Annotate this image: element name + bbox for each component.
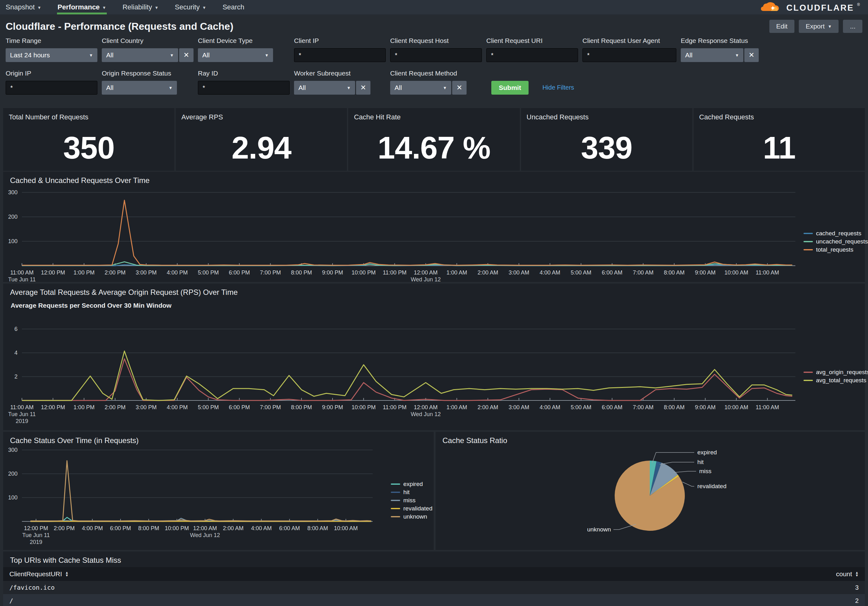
y-tick-label: 6 xyxy=(14,326,17,332)
filter-label: Edge Response Status xyxy=(681,37,759,45)
filter-label: Client IP xyxy=(294,37,386,45)
edge-response-status-clear-button[interactable]: ✕ xyxy=(744,48,759,62)
pie-label-miss: miss xyxy=(699,468,711,474)
filter-client-device-type: Client Device TypeAll▼ xyxy=(198,37,290,62)
client-request-method-select[interactable]: All▼ xyxy=(390,81,451,95)
filter-label: Client Request URI xyxy=(486,37,578,45)
export-button[interactable]: Export▼ xyxy=(799,20,839,33)
y-tick-label: 300 xyxy=(8,189,17,196)
kpi-label: Uncached Requests xyxy=(527,113,589,121)
kpi-row: Total Number of Requests350Average RPS2.… xyxy=(3,108,865,171)
client-ip-input[interactable] xyxy=(294,48,386,62)
chevron-down-icon: ▼ xyxy=(443,85,447,90)
series-total_requests xyxy=(22,200,792,265)
x-tick-label: 7:00 AM xyxy=(633,404,654,410)
nav-item-reliability[interactable]: Reliability▼ xyxy=(122,0,158,14)
nav-item-security[interactable]: Security▼ xyxy=(175,0,206,14)
chevron-down-icon: ▼ xyxy=(154,5,158,10)
client-request-host-input[interactable] xyxy=(390,48,482,62)
table-row[interactable]: /favicon.ico3 xyxy=(3,581,865,594)
x-tick-label: 12:00 AM xyxy=(193,525,217,531)
nav-item-snapshot[interactable]: Snapshot▼ xyxy=(6,0,41,14)
kpi-label: Cache Hit Rate xyxy=(354,113,400,121)
time-range-select[interactable]: Last 24 hours▼ xyxy=(6,48,98,62)
ray-id-input[interactable] xyxy=(198,81,290,95)
x-tick-label: 2:00 AM xyxy=(477,404,498,410)
edit-button[interactable]: Edit xyxy=(769,20,794,33)
column-header-client-request-uri[interactable]: ClientRequestURI ▲▼ xyxy=(3,570,796,578)
filter-origin-ip: Origin IP xyxy=(6,70,98,95)
client-country-clear-button[interactable]: ✕ xyxy=(179,48,194,62)
y-tick-label: 200 xyxy=(8,471,17,477)
x-tick-sublabel: 2019 xyxy=(30,539,42,545)
client-request-method-clear-button[interactable]: ✕ xyxy=(452,81,467,95)
column-header-count[interactable]: count ▲▼ xyxy=(796,570,865,578)
filter-controls xyxy=(390,48,482,62)
client-country-select[interactable]: All▼ xyxy=(102,48,178,62)
x-tick-label: 4:00 PM xyxy=(82,525,103,531)
x-tick-label: 11:00 PM xyxy=(383,269,407,276)
x-tick-label: 5:00 AM xyxy=(571,269,592,276)
line-chart-cached-uncached-requests-over-time: 10020030011:00 AMTue Jun 11201912:00 PM1… xyxy=(3,172,865,282)
client-device-type-select[interactable]: All▼ xyxy=(198,48,273,62)
page-title: Cloudflare - Performance (Requests and C… xyxy=(6,21,233,32)
kpi-cached-requests: Cached Requests11 xyxy=(694,108,865,171)
worker-subrequest-clear-button[interactable]: ✕ xyxy=(356,81,370,95)
filter-controls xyxy=(198,81,290,95)
panel-title: Top URIs with Cache Status Miss xyxy=(10,556,121,565)
x-tick-label: 3:00 PM xyxy=(136,269,157,276)
filters-row-2: Origin IPOrigin Response StatusAll▼Ray I… xyxy=(6,70,574,95)
worker-subrequest-select[interactable]: All▼ xyxy=(294,81,355,95)
chevron-down-icon: ▼ xyxy=(169,85,172,90)
select-value: All xyxy=(202,51,209,59)
chevron-down-icon: ▼ xyxy=(828,24,832,29)
x-tick-label: 6:00 PM xyxy=(229,269,250,276)
x-tick-label: 1:00 PM xyxy=(74,404,95,410)
pie-label-hit: hit xyxy=(698,459,704,465)
x-tick-label: 9:00 AM xyxy=(695,404,716,410)
origin-ip-input[interactable] xyxy=(6,81,98,95)
x-tick-label: 8:00 PM xyxy=(291,404,312,410)
x-tick-label: 5:00 AM xyxy=(571,404,592,410)
panel-cached-uncached-requests: Cached & Uncached Requests Over Time cac… xyxy=(3,172,865,282)
nav-item-performance[interactable]: Performance▼ xyxy=(57,0,106,14)
hide-filters-link[interactable]: Hide Filters xyxy=(542,84,574,91)
nav-menu: Snapshot▼Performance▼Reliability▼Securit… xyxy=(6,0,260,14)
cell-count: 2 xyxy=(796,597,865,604)
chevron-down-icon: ▼ xyxy=(170,53,174,57)
filter-client-request-uri: Client Request URI xyxy=(486,37,578,62)
filter-controls xyxy=(583,48,676,62)
x-tick-label: 11:00 AM xyxy=(756,404,779,410)
kpi-label: Average RPS xyxy=(181,113,223,121)
client-request-user-agent-input[interactable] xyxy=(583,48,676,62)
select-value: All xyxy=(298,84,305,92)
x-tick-label: 6:00 AM xyxy=(602,269,623,276)
x-tick-label: 8:00 PM xyxy=(291,269,312,276)
x-tick-label: 4:00 AM xyxy=(539,404,560,410)
kpi-value: 350 xyxy=(3,124,174,171)
x-tick-label: 8:00 AM xyxy=(664,269,685,276)
panel-top-uris-cache-miss: Top URIs with Cache Status Miss ClientRe… xyxy=(3,552,865,606)
x-tick-label: 8:00 PM xyxy=(138,525,159,531)
nav-item-label: Snapshot xyxy=(6,3,35,11)
y-tick-label: 200 xyxy=(8,214,17,220)
origin-response-status-select[interactable]: All▼ xyxy=(102,81,177,95)
filter-label: Client Request Method xyxy=(390,70,482,77)
table-row[interactable]: /2 xyxy=(3,594,865,606)
nav-item-search[interactable]: Search xyxy=(223,0,245,14)
x-tick-label: 12:00 AM xyxy=(414,404,438,410)
x-tick-sublabel: 2019 xyxy=(16,418,28,424)
x-tick-label: 12:00 PM xyxy=(41,269,65,276)
more-options-button[interactable]: ... xyxy=(843,20,862,33)
filter-controls: All▼ xyxy=(102,81,194,95)
client-request-uri-input[interactable] xyxy=(486,48,578,62)
submit-button[interactable]: Submit xyxy=(491,81,529,95)
filter-client-ip: Client IP xyxy=(294,37,386,62)
edge-response-status-select[interactable]: All▼ xyxy=(681,48,743,62)
x-tick-label: 11:00 AM xyxy=(756,269,779,276)
x-tick-sublabel: Wed Jun 12 xyxy=(411,411,441,417)
x-tick-label: 2:00 AM xyxy=(477,269,498,276)
filter-controls: All▼✕ xyxy=(102,48,194,62)
x-tick-label: 12:00 PM xyxy=(24,525,48,531)
filters-row-1: Time RangeLast 24 hours▼Client CountryAl… xyxy=(6,37,759,62)
